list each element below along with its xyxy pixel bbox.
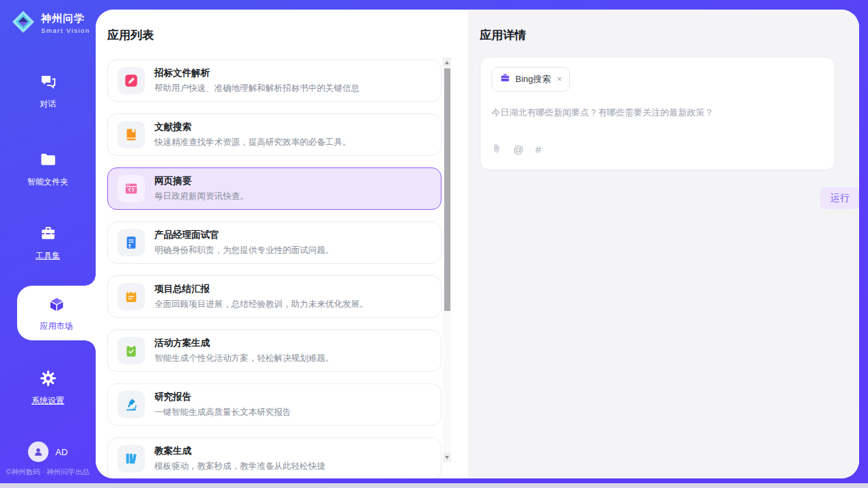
folder-icon	[39, 150, 57, 172]
sidebar-item-label: 对话	[40, 98, 56, 110]
sidebar-item-label: 应用市场	[40, 321, 73, 332]
app-card-research-report[interactable]: 研究报告 一键智能生成高质量长文本研究报告	[107, 383, 442, 426]
scrollbar-up-button[interactable]	[443, 57, 451, 67]
triangle-down-icon	[445, 456, 449, 459]
books-icon	[118, 445, 145, 472]
app-card-description: 全面回顾项目进展，总结经验教训，助力未来优化发展。	[154, 299, 368, 310]
app-card-title: 活动方案生成	[154, 337, 334, 349]
app-card-title: 研究报告	[154, 391, 291, 403]
brand-subtitle: Smart Vision	[41, 27, 90, 34]
sidebar-item-smart-folder[interactable]: 智能文件夹	[0, 150, 96, 188]
sidebar-item-chat[interactable]: 对话	[0, 72, 96, 110]
hash-icon[interactable]: #	[535, 144, 541, 154]
app-card-text: 产品经理面试官 明确身份和职责，为您提供专业性的面试问题。	[154, 229, 334, 256]
clipboard-check-icon	[118, 337, 145, 364]
app-card-text: 研究报告 一键智能生成高质量长文本研究报告	[154, 391, 291, 418]
app-detail-panel: 应用详情 Bing搜索 × 今日湖北有哪些新闻要点？有哪些需要关注的最新政策？	[468, 10, 859, 478]
tag-close-icon[interactable]: ×	[557, 74, 562, 84]
app-window: 神州问学 Smart Vision 对话 智能文件夹	[0, 0, 868, 488]
brand-text: 神州问学 Smart Vision	[41, 12, 90, 34]
chat-icon	[39, 72, 57, 94]
app-card-description: 每日政府新闻资讯快查。	[154, 191, 249, 202]
sidebar-item-toolset[interactable]: 工具集	[0, 224, 96, 262]
app-card-tender-analysis[interactable]: 招标文件解析 帮助用户快速、准确地理解和解析招标书中的关键信息	[107, 59, 442, 102]
brand: 神州问学 Smart Vision	[11, 10, 90, 37]
sidebar-item-settings[interactable]: 系统设置	[0, 369, 96, 407]
gear-icon	[39, 369, 57, 390]
app-card-title: 招标文件解析	[154, 67, 360, 79]
app-card-description: 快速精准查找学术资源，提高研究效率的必备工具。	[154, 137, 351, 148]
app-list-title: 应用列表	[107, 27, 441, 43]
book-icon	[118, 121, 145, 148]
user-name: AD	[55, 447, 68, 457]
brand-name: 神州问学	[41, 12, 90, 25]
triangle-up-icon	[445, 61, 449, 64]
app-card-description: 模板驱动，教案秒成，教学准备从此轻松快捷	[154, 461, 325, 472]
sidebar-item-label: 系统设置	[31, 395, 64, 407]
tool-tag-label: Bing搜索	[515, 73, 551, 85]
app-card-text: 文献搜索 快速精准查找学术资源，提高研究效率的必备工具。	[154, 121, 351, 148]
mention-icon[interactable]: @	[513, 144, 524, 154]
app-card-web-summary[interactable]: 网页摘要 每日政府新闻资讯快查。	[107, 167, 442, 210]
app-detail-title: 应用详情	[480, 27, 859, 43]
brand-logo-icon	[11, 10, 36, 37]
query-input[interactable]: 今日湖北有哪些新闻要点？有哪些需要关注的最新政策？	[491, 107, 824, 143]
microscope-icon	[118, 391, 145, 418]
toolbox-icon	[39, 224, 57, 245]
app-card-description: 一键智能生成高质量长文本研究报告	[154, 407, 291, 418]
list-scrollbar[interactable]	[443, 57, 451, 462]
app-card-activity-plan[interactable]: 活动方案生成 智能生成个性化活动方案，轻松解决规划难题。	[107, 329, 442, 372]
app-card-text: 项目总结汇报 全面回顾项目进展，总结经验教训，助力未来优化发展。	[154, 283, 368, 310]
sidebar-item-label: 工具集	[36, 250, 60, 262]
run-row: 运行	[480, 187, 859, 209]
app-card-description: 智能生成个性化活动方案，轻松解决规划难题。	[154, 353, 334, 364]
bottom-strip	[0, 483, 868, 488]
browser-code-icon	[118, 175, 145, 202]
sidebar-item-label: 智能文件夹	[27, 176, 68, 188]
app-card-list: 招标文件解析 帮助用户快速、准确地理解和解析招标书中的关键信息 文献搜索	[107, 59, 441, 478]
input-toolbar: @ #	[491, 143, 824, 160]
tool-tag-bing-search[interactable]: Bing搜索 ×	[491, 67, 570, 92]
app-card-lesson-plan[interactable]: 教案生成 模板驱动，教案秒成，教学准备从此轻松快捷	[107, 437, 442, 478]
cube-icon	[47, 295, 66, 316]
user-profile[interactable]: AD	[0, 442, 96, 462]
run-button[interactable]: 运行	[820, 187, 859, 209]
app-card-literature-search[interactable]: 文献搜索 快速精准查找学术资源，提高研究效率的必备工具。	[107, 113, 442, 156]
app-card-text: 招标文件解析 帮助用户快速、准确地理解和解析招标书中的关键信息	[154, 67, 360, 94]
app-card-text: 网页摘要 每日政府新闻资讯快查。	[154, 175, 249, 202]
scrollbar-thumb[interactable]	[444, 68, 450, 311]
app-card-title: 教案生成	[154, 445, 325, 457]
app-card-title: 网页摘要	[154, 175, 249, 187]
app-card-description: 明确身份和职责，为您提供专业性的面试问题。	[154, 245, 334, 256]
briefcase-icon	[500, 72, 511, 86]
copyright-text: ©神州数码 · 神州问学出品	[0, 467, 96, 477]
app-detail-card: Bing搜索 × 今日湖北有哪些新闻要点？有哪些需要关注的最新政策？ @ #	[480, 57, 835, 170]
sidebar: 神州问学 Smart Vision 对话 智能文件夹	[0, 0, 96, 488]
app-card-pm-interviewer[interactable]: 产品经理面试官 明确身份和职责，为您提供专业性的面试问题。	[107, 221, 442, 264]
scrollbar-down-button[interactable]	[443, 452, 451, 462]
app-list-panel: 应用列表 招标文件解析 帮助用户快速、准确地理解和解析招标书中的关键信息	[96, 10, 468, 478]
app-card-text: 活动方案生成 智能生成个性化活动方案，轻松解决规划难题。	[154, 337, 334, 364]
app-card-title: 项目总结汇报	[154, 283, 368, 295]
app-card-description: 帮助用户快速、准确地理解和解析招标书中的关键信息	[154, 83, 360, 94]
app-card-title: 文献搜索	[154, 121, 351, 133]
document-icon	[118, 229, 145, 256]
app-card-title: 产品经理面试官	[154, 229, 334, 241]
app-card-project-summary[interactable]: 项目总结汇报 全面回顾项目进展，总结经验教训，助力未来优化发展。	[107, 275, 442, 318]
main-container: 应用列表 招标文件解析 帮助用户快速、准确地理解和解析招标书中的关键信息	[96, 10, 859, 478]
sidebar-item-app-market[interactable]: 应用市场	[17, 286, 96, 340]
edit-square-icon	[118, 67, 145, 94]
note-icon	[118, 283, 145, 310]
avatar	[28, 442, 49, 462]
app-card-text: 教案生成 模板驱动，教案秒成，教学准备从此轻松快捷	[154, 445, 325, 472]
attachment-icon[interactable]	[491, 143, 502, 156]
